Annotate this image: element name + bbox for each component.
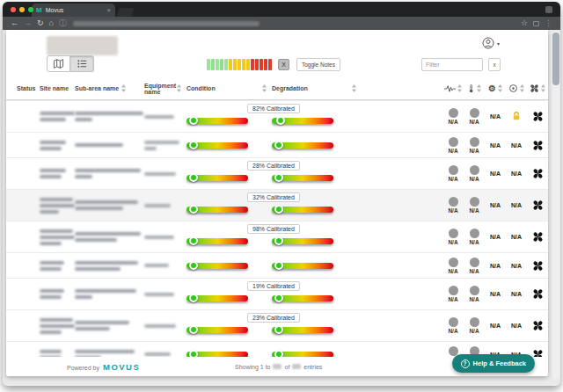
sort-icon[interactable]: [121, 84, 126, 92]
equipment-type-fan[interactable]: [527, 168, 548, 179]
site-info-icon[interactable]: ⓘ: [59, 19, 67, 27]
condition-slider[interactable]: [186, 207, 248, 213]
sort-icon[interactable]: [541, 84, 545, 92]
condition-slider-knob[interactable]: [189, 141, 198, 149]
column-header-settings[interactable]: ⚙: [485, 84, 506, 93]
table-row[interactable]: 23% Calibrated N/A N/A N/A N/A: [6, 309, 548, 341]
condition-slider-knob[interactable]: [189, 173, 198, 182]
degradation-slider-knob[interactable]: [274, 205, 283, 214]
bookmark-star-icon[interactable]: ☆: [521, 19, 528, 27]
column-header-temperature[interactable]: [464, 83, 485, 94]
degradation-slider[interactable]: 98% Calibrated: [272, 238, 333, 244]
condition-slider[interactable]: [186, 238, 248, 244]
sort-icon[interactable]: [520, 84, 524, 92]
list-view-button[interactable]: [70, 55, 94, 72]
column-header-equipment-name[interactable]: Equipment name: [144, 83, 186, 95]
forward-icon[interactable]: →: [24, 19, 32, 27]
condition-slider[interactable]: [186, 295, 248, 301]
sort-icon[interactable]: [457, 84, 462, 92]
help-feedback-button[interactable]: ? Help & Feedback: [452, 354, 535, 373]
condition-slider[interactable]: [186, 142, 248, 149]
movus-brand[interactable]: MOVUS: [103, 362, 140, 372]
value-1: N/A: [485, 171, 506, 177]
equipment-type-fan[interactable]: [527, 200, 548, 211]
column-header-subarea-name[interactable]: Sub-area name: [75, 84, 144, 92]
degradation-slider[interactable]: 82% Calibrated: [272, 118, 333, 124]
condition-slider-knob[interactable]: [189, 205, 198, 214]
sort-icon[interactable]: [352, 84, 356, 92]
column-header-condition[interactable]: Condition: [186, 84, 272, 92]
table-row[interactable]: 82% Calibrated N/A N/A N/A: [6, 100, 548, 132]
toggle-notes-button[interactable]: Toggle Notes: [296, 58, 340, 71]
column-header-site-name[interactable]: Site name: [40, 85, 75, 91]
equipment-type-fan[interactable]: [527, 231, 548, 243]
map-view-button[interactable]: [47, 55, 70, 72]
table-row[interactable]: N/A N/A N/A N/A: [6, 252, 548, 278]
column-header-degradation[interactable]: Degradation: [272, 84, 360, 92]
table-row[interactable]: 98% Calibrated N/A N/A N/A N/A: [6, 221, 548, 252]
sort-icon[interactable]: [498, 84, 502, 92]
table-row[interactable]: 19% Calibrated N/A N/A N/A N/A: [6, 278, 548, 309]
browser-profile-icon[interactable]: [545, 6, 552, 13]
column-header-vibration[interactable]: [442, 84, 464, 93]
close-window-button[interactable]: [11, 7, 16, 12]
degradation-slider[interactable]: 32% Calibrated: [272, 207, 333, 213]
degradation-slider-knob[interactable]: [274, 261, 283, 270]
sort-icon[interactable]: [477, 84, 481, 92]
equipment-type-fan[interactable]: [527, 320, 548, 331]
condition-slider-knob[interactable]: [189, 236, 198, 245]
sort-icon[interactable]: [262, 84, 267, 92]
condition-slider-knob[interactable]: [189, 261, 198, 270]
legend-close-button[interactable]: X: [278, 59, 289, 70]
cast-icon[interactable]: [533, 21, 539, 26]
degradation-slider-knob[interactable]: [274, 294, 283, 302]
page-scrollbar[interactable]: [552, 31, 559, 379]
reload-icon[interactable]: ↻: [37, 19, 44, 27]
filter-input[interactable]: [421, 58, 483, 71]
degradation-slider-knob[interactable]: [274, 236, 283, 245]
url-text-redacted[interactable]: [73, 21, 260, 26]
degradation-slider[interactable]: [272, 263, 333, 269]
help-icon: ?: [461, 359, 470, 368]
table-row[interactable]: N/A N/A N/A N/A: [6, 132, 548, 157]
degradation-slider[interactable]: [272, 142, 333, 149]
window-controls[interactable]: [11, 7, 33, 12]
degradation-slider[interactable]: 19% Calibrated: [272, 295, 333, 301]
tab-close-icon[interactable]: ×: [106, 7, 111, 14]
back-icon[interactable]: ←: [11, 19, 18, 27]
degradation-slider[interactable]: 23% Calibrated: [272, 327, 333, 333]
browser-tab[interactable]: M Movus ×: [32, 4, 115, 17]
degradation-slider-knob[interactable]: [276, 116, 285, 125]
home-icon[interactable]: ⌂: [49, 19, 54, 27]
column-header-target[interactable]: [506, 83, 527, 93]
maximize-window-button[interactable]: [28, 7, 33, 12]
movus-favicon: M: [36, 7, 42, 14]
degradation-slider-knob[interactable]: [274, 173, 283, 182]
sort-icon[interactable]: [177, 84, 181, 92]
condition-slider-knob[interactable]: [189, 294, 198, 302]
equipment-type-fan[interactable]: [527, 288, 548, 300]
degradation-slider-knob[interactable]: [274, 325, 283, 334]
filter-clear-button[interactable]: x: [488, 58, 501, 71]
equipment-type-fan[interactable]: [527, 260, 548, 272]
equipment-type-fan[interactable]: [527, 111, 548, 122]
condition-slider[interactable]: [186, 263, 248, 269]
condition-slider[interactable]: [186, 175, 248, 181]
table-row[interactable]: 32% Calibrated N/A N/A N/A N/A: [6, 189, 548, 221]
degradation-slider[interactable]: 28% Calibrated: [272, 175, 333, 181]
table-row[interactable]: 28% Calibrated N/A N/A N/A N/A: [6, 157, 548, 189]
condition-slider-knob[interactable]: [189, 325, 198, 334]
condition-slider[interactable]: [186, 118, 248, 124]
new-tab-button[interactable]: [116, 8, 134, 17]
equipment-type-fan[interactable]: [527, 140, 548, 151]
column-header-fan[interactable]: [527, 83, 548, 93]
column-header-status[interactable]: Status: [17, 85, 40, 91]
scrollbar-thumb[interactable]: [552, 33, 559, 85]
minimize-window-button[interactable]: [19, 7, 25, 12]
condition-slider[interactable]: [186, 327, 248, 333]
degradation-slider-knob[interactable]: [274, 141, 283, 149]
condition-slider-knob[interactable]: [189, 116, 198, 125]
browser-menu-icon[interactable]: ⋮: [545, 19, 552, 27]
account-menu[interactable]: ▾: [482, 37, 500, 49]
site-name-redacted: [40, 111, 75, 123]
